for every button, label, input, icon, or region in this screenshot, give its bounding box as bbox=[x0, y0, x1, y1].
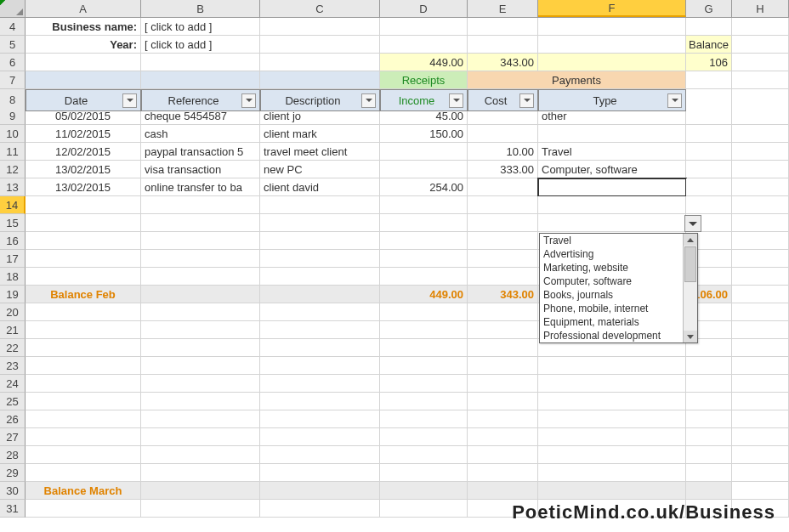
cell[interactable] bbox=[260, 357, 380, 375]
cell[interactable] bbox=[26, 268, 141, 286]
dropdown-item[interactable]: Marketing, website bbox=[540, 261, 697, 274]
cell[interactable] bbox=[732, 54, 789, 71]
cell[interactable] bbox=[732, 446, 789, 464]
cell[interactable] bbox=[380, 357, 468, 375]
cell[interactable] bbox=[686, 482, 732, 500]
cell[interactable] bbox=[686, 464, 732, 482]
entry-desc[interactable]: client david bbox=[260, 178, 380, 196]
row-header[interactable]: 19 bbox=[0, 286, 26, 303]
cell[interactable] bbox=[380, 18, 468, 36]
row-header[interactable]: 10 bbox=[0, 125, 26, 143]
cell[interactable] bbox=[141, 482, 260, 500]
cell[interactable] bbox=[732, 178, 789, 196]
col-A[interactable]: A bbox=[26, 0, 141, 17]
cell[interactable] bbox=[732, 196, 789, 214]
row-header[interactable]: 23 bbox=[0, 357, 26, 375]
row-header[interactable]: 24 bbox=[0, 375, 26, 393]
cell[interactable] bbox=[732, 428, 789, 446]
cell[interactable] bbox=[141, 54, 260, 71]
cell[interactable] bbox=[141, 393, 260, 410]
cell[interactable] bbox=[260, 250, 380, 268]
cell[interactable] bbox=[26, 71, 141, 89]
filter-icon[interactable] bbox=[361, 93, 376, 108]
row-header[interactable]: 30 bbox=[0, 482, 26, 500]
cell[interactable] bbox=[141, 268, 260, 286]
cell[interactable] bbox=[686, 375, 732, 393]
entry-date[interactable]: 12/02/2015 bbox=[26, 143, 141, 161]
data-validation-arrow-icon[interactable] bbox=[684, 215, 701, 232]
cell[interactable] bbox=[468, 482, 538, 500]
cell[interactable] bbox=[141, 446, 260, 464]
cell[interactable] bbox=[686, 18, 732, 36]
cell[interactable] bbox=[380, 36, 468, 54]
cell[interactable] bbox=[686, 107, 732, 125]
cell[interactable] bbox=[260, 393, 380, 410]
col-B[interactable]: B bbox=[141, 0, 260, 17]
cell[interactable] bbox=[141, 232, 260, 250]
cell[interactable] bbox=[260, 500, 380, 518]
cell[interactable] bbox=[380, 321, 468, 339]
cell[interactable] bbox=[732, 18, 789, 36]
cell[interactable] bbox=[468, 393, 538, 410]
cell[interactable] bbox=[686, 125, 732, 143]
cell[interactable] bbox=[26, 196, 141, 214]
header-cost[interactable]: Cost bbox=[468, 89, 538, 111]
cell[interactable] bbox=[141, 410, 260, 428]
cell[interactable] bbox=[141, 357, 260, 375]
row-header[interactable]: 27 bbox=[0, 428, 26, 446]
cell[interactable] bbox=[732, 375, 789, 393]
entry-ref[interactable]: visa transaction bbox=[141, 161, 260, 178]
col-G[interactable]: G bbox=[686, 0, 732, 17]
cell[interactable] bbox=[732, 71, 789, 89]
cell[interactable] bbox=[468, 303, 538, 321]
row-header[interactable]: 13 bbox=[0, 178, 26, 196]
cell[interactable] bbox=[538, 482, 686, 500]
cell[interactable] bbox=[26, 321, 141, 339]
cell[interactable] bbox=[380, 500, 468, 518]
cell[interactable] bbox=[380, 464, 468, 482]
cell[interactable] bbox=[732, 161, 789, 178]
dropdown-item[interactable]: Professional development bbox=[540, 329, 697, 342]
row-header[interactable]: 12 bbox=[0, 161, 26, 178]
cell[interactable] bbox=[686, 178, 732, 196]
cell[interactable] bbox=[468, 268, 538, 286]
cell[interactable] bbox=[260, 54, 380, 71]
cell[interactable] bbox=[538, 214, 686, 232]
entry-income[interactable] bbox=[380, 161, 468, 178]
header-description[interactable]: Description bbox=[260, 89, 380, 111]
cell[interactable] bbox=[538, 36, 686, 54]
filter-icon[interactable] bbox=[241, 93, 256, 108]
cell[interactable] bbox=[686, 143, 732, 161]
cell[interactable] bbox=[732, 303, 789, 321]
row-header[interactable]: 28 bbox=[0, 446, 26, 464]
dropdown-item[interactable]: Books, journals bbox=[540, 288, 697, 302]
cell[interactable] bbox=[468, 250, 538, 268]
cell[interactable] bbox=[141, 321, 260, 339]
cell[interactable] bbox=[380, 196, 468, 214]
scroll-down-icon[interactable] bbox=[684, 331, 697, 342]
cell[interactable] bbox=[732, 393, 789, 410]
cell[interactable] bbox=[260, 321, 380, 339]
cell[interactable] bbox=[141, 375, 260, 393]
row-header[interactable]: 29 bbox=[0, 464, 26, 482]
cell[interactable] bbox=[141, 500, 260, 518]
cell[interactable] bbox=[538, 428, 686, 446]
row-header[interactable]: 9 bbox=[0, 107, 26, 125]
cell[interactable] bbox=[26, 410, 141, 428]
cell[interactable] bbox=[380, 214, 468, 232]
cell[interactable] bbox=[732, 125, 789, 143]
cell[interactable] bbox=[686, 357, 732, 375]
cell[interactable] bbox=[260, 286, 380, 303]
cell[interactable] bbox=[141, 339, 260, 357]
cell[interactable] bbox=[260, 375, 380, 393]
entry-desc[interactable]: client mark bbox=[260, 125, 380, 143]
cell[interactable] bbox=[468, 36, 538, 54]
business-name-value[interactable]: [ click to add ] bbox=[141, 18, 260, 36]
cell[interactable] bbox=[732, 482, 789, 500]
header-income[interactable]: Income bbox=[380, 89, 468, 111]
dropdown-item[interactable]: Advertising bbox=[540, 247, 697, 261]
year-value[interactable]: [ click to add ] bbox=[141, 36, 260, 54]
filter-icon[interactable] bbox=[449, 93, 463, 108]
cell[interactable] bbox=[686, 393, 732, 410]
cell[interactable] bbox=[732, 357, 789, 375]
